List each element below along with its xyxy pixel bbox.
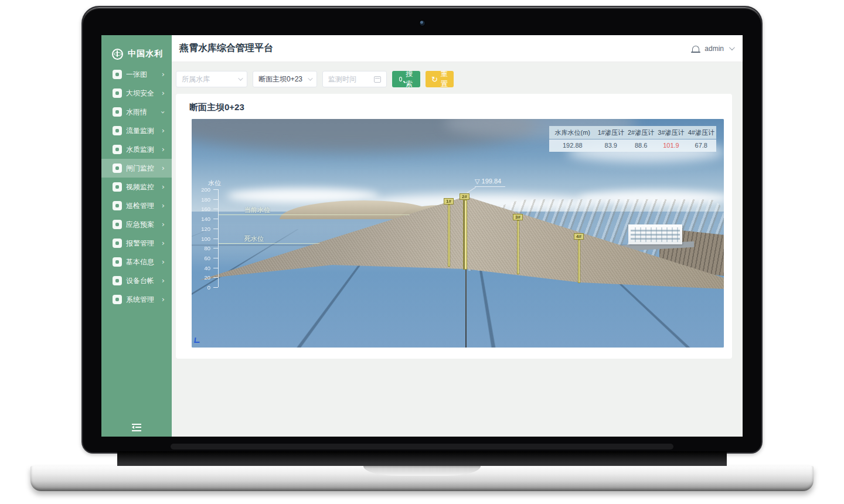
sidebar-item-alarm-manage[interactable]: 报警管理 › xyxy=(101,234,172,253)
section-center-line xyxy=(465,269,467,348)
piezometer-post[interactable] xyxy=(463,200,467,270)
chevron-down-icon: › xyxy=(159,110,167,113)
sidebar-item-label: 水雨情 xyxy=(126,107,162,117)
level-axis xyxy=(218,189,219,287)
webcam xyxy=(419,20,426,26)
piezometer-post[interactable] xyxy=(578,240,580,283)
axis-tick xyxy=(213,277,218,278)
piezometer-marker-label[interactable]: 2# xyxy=(460,193,469,200)
chevron-down-icon[interactable] xyxy=(729,45,735,50)
laptop-mockup: 中国水利 一张图 › 大坝安全 › 水雨情 › 流量监测 › 水质监测 › 闸门… xyxy=(0,0,844,504)
readout-value-alert: 101.9 xyxy=(656,139,686,152)
sidebar: 中国水利 一张图 › 大坝安全 › 水雨情 › 流量监测 › 水质监测 › 闸门… xyxy=(101,35,172,437)
sidebar-item-video-monitor[interactable]: 视频监控 › xyxy=(101,178,172,196)
axis-tick xyxy=(213,219,218,219)
axis-tick xyxy=(213,209,218,209)
sidebar-item-map[interactable]: 一张图 › xyxy=(101,65,172,84)
chevron-down-icon xyxy=(308,76,312,80)
readout-header-cell: 4#渗压计 xyxy=(686,126,716,139)
axis-tick xyxy=(213,248,218,248)
app-window: 中国水利 一张图 › 大坝安全 › 水雨情 › 流量监测 › 水质监测 › 闸门… xyxy=(101,35,743,437)
annotation-leader xyxy=(475,186,505,187)
water-level-label: 死水位 xyxy=(244,234,264,243)
axis-tick xyxy=(213,239,218,239)
axis-tick xyxy=(213,229,218,229)
flow-monitor-icon xyxy=(113,126,122,135)
sidebar-item-label: 流量监测 xyxy=(126,126,162,136)
chevron-right-icon: › xyxy=(162,202,165,209)
lid-notch xyxy=(363,466,481,476)
dam-safety-icon xyxy=(113,88,122,98)
readout-value-cell: 88.6 xyxy=(626,139,656,152)
system-manage-icon xyxy=(113,295,122,304)
sidebar-item-system-manage[interactable]: 系统管理 › xyxy=(101,290,172,309)
notification-icon[interactable] xyxy=(692,46,699,52)
monitor-time-picker[interactable]: 监测时间 xyxy=(322,71,387,87)
search-button[interactable]: 搜索 xyxy=(392,71,420,87)
chevron-down-icon xyxy=(238,76,243,80)
reservoir-select[interactable]: 所属水库 xyxy=(176,71,247,87)
main-content: 所属水库 断面主坝0+23 监测时间 搜索 xyxy=(172,62,743,437)
dam-3d-viewer[interactable]: 1#2#3#4# 水位 200180160140120100806040200 … xyxy=(192,119,724,348)
chevron-right-icon: › xyxy=(162,295,165,303)
axis-tick-label: 160 xyxy=(194,206,210,212)
panel-title: 断面主坝0+23 xyxy=(189,102,244,113)
sidebar-item-flow-monitor[interactable]: 流量监测 › xyxy=(101,121,172,140)
section-select[interactable]: 断面主坝0+23 xyxy=(253,71,317,87)
chevron-right-icon: › xyxy=(162,70,165,78)
readout-value-cell: 67.8 xyxy=(686,139,716,152)
sidebar-item-label: 视频监控 xyxy=(126,182,162,192)
piezometer-post[interactable] xyxy=(448,205,450,267)
axis-tick-label: 200 xyxy=(194,186,210,193)
piezometer-marker-label[interactable]: 4# xyxy=(574,233,584,240)
sidebar-item-emergency-plan[interactable]: 应急预案 › xyxy=(101,215,172,234)
office-building xyxy=(628,224,682,244)
collapse-sidebar-button[interactable] xyxy=(127,421,146,434)
video-monitor-icon xyxy=(113,182,122,192)
filter-bar: 所属水库 断面主坝0+23 监测时间 搜索 xyxy=(176,71,454,87)
water-level-line xyxy=(219,243,319,244)
sidebar-item-label: 大坝安全 xyxy=(126,88,162,98)
page-title: 燕霄水库综合管理平台 xyxy=(179,42,273,55)
axis-tick-label: 120 xyxy=(194,226,210,232)
readout-header-row: 水库水位(m)1#渗压计2#渗压计3#渗压计4#渗压计 xyxy=(549,126,716,139)
user-menu[interactable]: admin xyxy=(705,45,724,53)
sidebar-item-label: 巡检管理 xyxy=(126,201,162,211)
sidebar-item-label: 闸门监控 xyxy=(126,164,162,173)
readout-table: 水库水位(m)1#渗压计2#渗压计3#渗压计4#渗压计 192.8883.988… xyxy=(549,126,716,152)
readout-value-cell: 83.9 xyxy=(596,139,626,152)
axis-tick xyxy=(213,189,218,190)
chevron-right-icon: › xyxy=(162,89,165,97)
hinge-slot xyxy=(171,444,673,449)
chevron-right-icon: › xyxy=(162,277,165,284)
logo[interactable]: 中国水利 xyxy=(101,43,172,64)
sidebar-item-inspection[interactable]: 巡检管理 › xyxy=(101,196,172,215)
sidebar-item-label: 系统管理 xyxy=(126,295,162,305)
sidebar-item-rain-water[interactable]: 水雨情 › xyxy=(101,103,172,121)
section-panel: 断面主坝0+23 xyxy=(176,94,732,359)
chevron-right-icon: › xyxy=(162,220,165,228)
axis-tick xyxy=(213,199,218,200)
readout-value-cell: 192.88 xyxy=(549,139,596,152)
search-button-label: 搜索 xyxy=(405,69,413,89)
sidebar-item-gate-monitor[interactable]: 闸门监控 › xyxy=(101,159,172,178)
reset-button[interactable]: ↻ 重置 xyxy=(426,71,454,87)
readout-header-cell: 水库水位(m) xyxy=(549,126,596,139)
piezometer-post[interactable] xyxy=(517,220,519,274)
sidebar-item-label: 一张图 xyxy=(126,70,162,80)
menu-fold-icon xyxy=(132,424,141,431)
chevron-right-icon: › xyxy=(162,239,165,247)
sidebar-item-device-ledger[interactable]: 设备台帐 › xyxy=(101,271,172,290)
sidebar-item-basic-info[interactable]: 基本信息 › xyxy=(101,253,172,271)
reset-button-label: 重置 xyxy=(441,69,448,89)
sidebar-item-water-quality[interactable]: 水质监测 › xyxy=(101,140,172,159)
rain-water-icon xyxy=(113,107,122,117)
sidebar-item-dam-safety[interactable]: 大坝安全 › xyxy=(101,84,172,103)
axis-tick-label: 0 xyxy=(194,284,210,291)
piezometer-marker-label[interactable]: 3# xyxy=(513,214,523,220)
axis-tick-label: 100 xyxy=(194,236,210,242)
crest-elevation-annotation: ▽ 199.84 xyxy=(475,178,501,185)
view-gizmo xyxy=(194,338,200,343)
reservoir-select-placeholder: 所属水库 xyxy=(182,74,210,84)
piezometer-marker-label[interactable]: 1# xyxy=(444,198,454,205)
